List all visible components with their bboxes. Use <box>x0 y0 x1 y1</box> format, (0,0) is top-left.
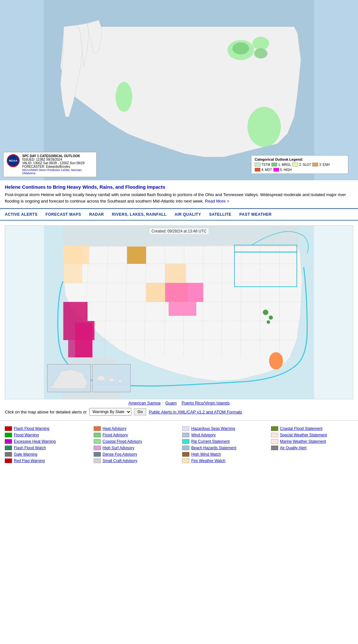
map-timestamp: Created: 09/28/24 at 13:46 UTC <box>150 228 209 234</box>
svg-rect-35 <box>165 264 186 283</box>
legend-coastal-flood-statement: Coastal Flood Statement <box>271 426 353 431</box>
american-samoa-link[interactable]: American Samoa <box>128 401 161 405</box>
legend-col-1: Flash Flood Warning Flood Warning Excess… <box>5 426 87 464</box>
red-flag-warning-link[interactable]: Red Flag Warning <box>14 459 45 463</box>
nav-rivers[interactable]: RIVERS, LAKES, RAINFALL <box>112 212 167 217</box>
spc-valid: VALID: 1300Z Sat 09/28 - 1200Z Sun 09/29 <box>22 161 93 165</box>
fire-weather-watch-swatch <box>182 459 189 463</box>
marine-weather-statement-link[interactable]: Marine Weather Statement <box>280 439 326 444</box>
nav-forecast-maps[interactable]: FORECAST MAPS <box>45 212 81 217</box>
legend-flash-flood-warning: Flash Flood Warning <box>5 426 87 431</box>
spc-info-box: NOAA SPC DAY 1 CATEGORICAL OUTLOOK ISSUE… <box>3 152 97 177</box>
high-surf-advisory-link[interactable]: High Surf Advisory <box>103 446 135 450</box>
heat-advisory-link[interactable]: Heat Advisory <box>103 426 127 431</box>
legend-col-2: Heat Advisory Flood Advisory Coastal Flo… <box>94 426 176 464</box>
coastal-flood-advisory-swatch <box>94 439 101 444</box>
legend-air-quality-alert: Air Quality Alert <box>271 446 353 450</box>
special-weather-statement-swatch <box>271 433 278 437</box>
go-button[interactable]: Go <box>134 408 146 415</box>
legend-beach-hazards-statement: Beach Hazards Statement <box>182 446 265 450</box>
small-craft-advisory-swatch <box>94 459 101 463</box>
svg-rect-32 <box>63 245 82 283</box>
alerts-map-container[interactable]: Created: 09/28/24 at 13:46 UTC <box>5 225 353 399</box>
legend-heat-advisory: Heat Advisory <box>94 426 176 431</box>
svg-point-7 <box>252 37 269 50</box>
guam-link[interactable]: Guam <box>165 401 176 405</box>
beach-hazards-statement-swatch <box>182 446 189 450</box>
heat-advisory-swatch <box>94 426 101 431</box>
beach-hazards-statement-link[interactable]: Beach Hazards Statement <box>191 446 236 450</box>
navigation-bar: ACTIVE ALERTS FORECAST MAPS RADAR RIVERS… <box>0 208 358 221</box>
warnings-by-state-select[interactable]: Warnings By State <box>89 408 131 416</box>
svg-rect-33 <box>127 247 146 264</box>
spc-title: SPC DAY 1 CATEGORICAL OUTLOOK <box>22 154 93 158</box>
spc-map-section: NOAA SPC DAY 1 CATEGORICAL OUTLOOK ISSUE… <box>0 0 358 180</box>
legend-flood-warning: Flood Warning <box>5 433 87 437</box>
legend-title: Categorical Outlook Legend: <box>255 157 345 161</box>
hazardous-seas-warning-swatch <box>182 426 189 431</box>
flash-flood-warning-swatch <box>5 426 12 431</box>
svg-rect-37 <box>169 302 196 316</box>
alerts-map-section: Created: 09/28/24 at 13:46 UTC <box>0 221 358 421</box>
legend-excessive-heat-warning: Excessive Heat Warning <box>5 439 87 444</box>
svg-rect-38 <box>63 302 88 321</box>
news-section: Helene Continues to Bring Heavy Winds, R… <box>0 180 358 208</box>
nav-past-weather[interactable]: PAST WEATHER <box>239 212 271 217</box>
nav-air-quality[interactable]: AIR QUALITY <box>174 212 201 217</box>
excessive-heat-warning-link[interactable]: Excessive Heat Warning <box>14 439 56 444</box>
xml-cap-link[interactable]: Public Alerts in XML/CAP v1.2 and ATOM F… <box>149 410 242 414</box>
legend-special-weather-statement: Special Weather Statement <box>271 433 353 437</box>
legend-small-craft-advisory: Small Craft Advisory <box>94 459 176 463</box>
excessive-heat-warning-swatch <box>5 439 12 444</box>
legend-wind-advisory: Wind Advisory <box>182 433 265 437</box>
high-wind-watch-link[interactable]: High Wind Watch <box>191 452 221 457</box>
svg-point-50 <box>50 385 55 388</box>
legend-rip-current-statement: Rip Current Statement <box>182 439 265 444</box>
flash-flood-warning-link[interactable]: Flash Flood Warning <box>14 426 49 431</box>
legend-flood-advisory: Flood Advisory <box>94 433 176 437</box>
dense-fog-advisory-swatch <box>94 452 101 457</box>
hazardous-seas-warning-link[interactable]: Hazardous Seas Warning <box>191 426 235 431</box>
coastal-flood-statement-swatch <box>271 426 278 431</box>
svg-rect-36 <box>165 283 203 302</box>
svg-point-47 <box>269 352 283 370</box>
spc-noaa-link[interactable]: NOAA/NWS Storm Prediction Center, Norman… <box>22 168 93 175</box>
nav-satellite[interactable]: SATELLITE <box>209 212 231 217</box>
territory-links: American Samoa Guam Puerto Rico/Virgin I… <box>5 401 353 405</box>
air-quality-alert-link[interactable]: Air Quality Alert <box>280 446 307 450</box>
flash-flood-watch-swatch <box>5 446 12 450</box>
svg-point-5 <box>248 107 281 147</box>
svg-rect-41 <box>75 323 92 357</box>
coastal-flood-statement-link[interactable]: Coastal Flood Statement <box>280 426 323 431</box>
high-wind-watch-swatch <box>182 452 189 457</box>
dense-fog-advisory-link[interactable]: Dense Fog Advisory <box>103 452 137 457</box>
nav-radar[interactable]: RADAR <box>89 212 104 217</box>
puerto-rico-link[interactable]: Puerto Rico/Virgin Islands <box>182 401 230 405</box>
legend-fire-weather-watch: Fire Weather Watch <box>182 459 265 463</box>
nav-active-alerts[interactable]: ACTIVE ALERTS <box>5 212 37 217</box>
rip-current-statement-link[interactable]: Rip Current Statement <box>191 439 230 444</box>
special-weather-statement-link[interactable]: Special Weather Statement <box>280 433 327 437</box>
news-title[interactable]: Helene Continues to Bring Heavy Winds, R… <box>5 184 353 190</box>
spc-issued: ISSUED: 1238Z 09/28/2024 <box>22 158 93 161</box>
legend-flash-flood-watch: Flash Flood Watch <box>5 446 87 450</box>
svg-point-53 <box>109 378 114 382</box>
marine-weather-statement-swatch <box>271 439 278 444</box>
flood-warning-swatch <box>5 433 12 437</box>
flood-warning-link[interactable]: Flood Warning <box>14 433 39 437</box>
map-controls: Click on the map above for detailed aler… <box>5 408 353 416</box>
coastal-flood-advisory-link[interactable]: Coastal Flood Advisory <box>103 439 142 444</box>
gale-warning-link[interactable]: Gale Warning <box>14 452 37 457</box>
flood-advisory-swatch <box>94 433 101 437</box>
fire-weather-watch-link[interactable]: Fire Weather Watch <box>191 459 225 463</box>
small-craft-advisory-link[interactable]: Small Craft Advisory <box>103 459 137 463</box>
noaa-logo: NOAA <box>7 154 20 167</box>
svg-point-46 <box>267 320 270 324</box>
svg-point-45 <box>269 316 273 320</box>
legend-red-flag-warning: Red Flag Warning <box>5 459 87 463</box>
read-more-link[interactable]: Read More > <box>205 199 230 204</box>
flood-advisory-link[interactable]: Flood Advisory <box>103 433 128 437</box>
svg-point-44 <box>263 309 268 315</box>
flash-flood-watch-link[interactable]: Flash Flood Watch <box>14 446 46 450</box>
wind-advisory-link[interactable]: Wind Advisory <box>191 433 216 437</box>
